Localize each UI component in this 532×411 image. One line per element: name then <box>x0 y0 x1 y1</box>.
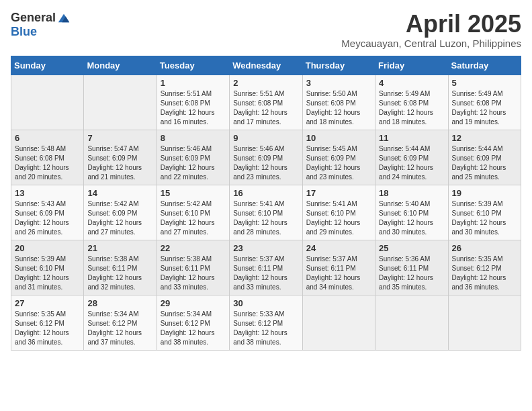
day-info: Sunrise: 5:45 AMSunset: 6:09 PMDaylight:… <box>306 144 371 182</box>
day-info: Sunrise: 5:41 AMSunset: 6:10 PMDaylight:… <box>233 199 298 237</box>
day-info: Sunrise: 5:49 AMSunset: 6:08 PMDaylight:… <box>379 89 444 127</box>
day-info: Sunrise: 5:42 AMSunset: 6:10 PMDaylight:… <box>161 199 226 237</box>
calendar-cell: 1Sunrise: 5:51 AMSunset: 6:08 PMDaylight… <box>157 75 229 130</box>
day-info: Sunrise: 5:37 AMSunset: 6:11 PMDaylight:… <box>233 255 298 292</box>
day-number: 17 <box>306 188 371 198</box>
calendar-cell: 10Sunrise: 5:45 AMSunset: 6:09 PMDayligh… <box>302 130 375 185</box>
day-info: Sunrise: 5:51 AMSunset: 6:08 PMDaylight:… <box>161 89 226 127</box>
calendar-cell: 7Sunrise: 5:47 AMSunset: 6:09 PMDaylight… <box>84 130 157 185</box>
page-header: General Blue April 2025 Meycauayan, Cent… <box>11 11 521 49</box>
calendar-cell: 9Sunrise: 5:46 AMSunset: 6:09 PMDaylight… <box>230 130 302 185</box>
day-number: 13 <box>15 188 80 198</box>
calendar-cell: 30Sunrise: 5:33 AMSunset: 6:12 PMDayligh… <box>230 295 302 350</box>
day-number: 20 <box>15 243 80 253</box>
week-row-2: 6Sunrise: 5:48 AMSunset: 6:08 PMDaylight… <box>11 130 521 185</box>
day-info: Sunrise: 5:46 AMSunset: 6:09 PMDaylight:… <box>161 144 226 182</box>
calendar-cell: 12Sunrise: 5:44 AMSunset: 6:09 PMDayligh… <box>448 130 521 185</box>
day-info: Sunrise: 5:48 AMSunset: 6:08 PMDaylight:… <box>15 144 80 182</box>
day-info: Sunrise: 5:44 AMSunset: 6:09 PMDaylight:… <box>452 144 517 182</box>
day-info: Sunrise: 5:34 AMSunset: 6:12 PMDaylight:… <box>161 310 226 347</box>
calendar-cell: 18Sunrise: 5:40 AMSunset: 6:10 PMDayligh… <box>375 185 448 240</box>
calendar-cell: 15Sunrise: 5:42 AMSunset: 6:10 PMDayligh… <box>157 185 229 240</box>
day-info: Sunrise: 5:39 AMSunset: 6:10 PMDaylight:… <box>452 199 517 237</box>
day-number: 7 <box>87 133 152 143</box>
day-number: 26 <box>452 243 517 253</box>
calendar-cell: 14Sunrise: 5:42 AMSunset: 6:09 PMDayligh… <box>84 185 157 240</box>
day-info: Sunrise: 5:34 AMSunset: 6:12 PMDaylight:… <box>87 310 152 347</box>
day-number: 10 <box>306 133 371 143</box>
calendar-cell: 19Sunrise: 5:39 AMSunset: 6:10 PMDayligh… <box>448 185 521 240</box>
calendar-cell: 21Sunrise: 5:38 AMSunset: 6:11 PMDayligh… <box>84 240 157 295</box>
day-info: Sunrise: 5:41 AMSunset: 6:10 PMDaylight:… <box>306 199 371 237</box>
title-block: April 2025 Meycauayan, Central Luzon, Ph… <box>341 11 521 49</box>
calendar-cell: 26Sunrise: 5:35 AMSunset: 6:12 PMDayligh… <box>448 240 521 295</box>
calendar-cell <box>84 75 157 130</box>
day-number: 21 <box>87 243 152 253</box>
day-number: 14 <box>87 188 152 198</box>
day-number: 3 <box>306 78 371 88</box>
day-info: Sunrise: 5:37 AMSunset: 6:11 PMDaylight:… <box>306 255 371 292</box>
calendar-header-row: SundayMondayTuesdayWednesdayThursdayFrid… <box>11 56 521 75</box>
day-number: 11 <box>379 133 444 143</box>
header-saturday: Saturday <box>448 56 521 75</box>
day-info: Sunrise: 5:47 AMSunset: 6:09 PMDaylight:… <box>87 144 152 182</box>
day-number: 9 <box>233 133 298 143</box>
day-number: 23 <box>233 243 298 253</box>
day-number: 6 <box>15 133 80 143</box>
calendar-cell: 3Sunrise: 5:50 AMSunset: 6:08 PMDaylight… <box>302 75 375 130</box>
header-wednesday: Wednesday <box>230 56 302 75</box>
calendar-cell: 6Sunrise: 5:48 AMSunset: 6:08 PMDaylight… <box>11 130 84 185</box>
week-row-4: 20Sunrise: 5:39 AMSunset: 6:10 PMDayligh… <box>11 240 521 295</box>
day-number: 15 <box>161 188 226 198</box>
day-number: 8 <box>161 133 226 143</box>
calendar-cell: 28Sunrise: 5:34 AMSunset: 6:12 PMDayligh… <box>84 295 157 350</box>
calendar-cell: 16Sunrise: 5:41 AMSunset: 6:10 PMDayligh… <box>230 185 302 240</box>
calendar-cell: 29Sunrise: 5:34 AMSunset: 6:12 PMDayligh… <box>157 295 229 350</box>
day-info: Sunrise: 5:49 AMSunset: 6:08 PMDaylight:… <box>452 89 517 127</box>
calendar-cell: 24Sunrise: 5:37 AMSunset: 6:11 PMDayligh… <box>302 240 375 295</box>
week-row-1: 1Sunrise: 5:51 AMSunset: 6:08 PMDaylight… <box>11 75 521 130</box>
logo-icon <box>57 11 71 25</box>
day-info: Sunrise: 5:51 AMSunset: 6:08 PMDaylight:… <box>233 89 298 127</box>
day-info: Sunrise: 5:39 AMSunset: 6:10 PMDaylight:… <box>15 255 80 292</box>
day-info: Sunrise: 5:33 AMSunset: 6:12 PMDaylight:… <box>233 310 298 347</box>
calendar-cell: 17Sunrise: 5:41 AMSunset: 6:10 PMDayligh… <box>302 185 375 240</box>
day-info: Sunrise: 5:38 AMSunset: 6:11 PMDaylight:… <box>87 255 152 292</box>
day-info: Sunrise: 5:35 AMSunset: 6:12 PMDaylight:… <box>452 255 517 292</box>
calendar-cell: 20Sunrise: 5:39 AMSunset: 6:10 PMDayligh… <box>11 240 84 295</box>
header-thursday: Thursday <box>302 56 375 75</box>
day-number: 12 <box>452 133 517 143</box>
day-info: Sunrise: 5:43 AMSunset: 6:09 PMDaylight:… <box>15 199 80 237</box>
calendar-cell <box>302 295 375 350</box>
month-title: April 2025 <box>341 11 521 38</box>
calendar-cell: 25Sunrise: 5:36 AMSunset: 6:11 PMDayligh… <box>375 240 448 295</box>
day-number: 5 <box>452 78 517 88</box>
day-number: 2 <box>233 78 298 88</box>
day-number: 19 <box>452 188 517 198</box>
day-number: 16 <box>233 188 298 198</box>
day-number: 29 <box>161 298 226 308</box>
calendar-cell: 8Sunrise: 5:46 AMSunset: 6:09 PMDaylight… <box>157 130 229 185</box>
calendar-table: SundayMondayTuesdayWednesdayThursdayFrid… <box>11 56 521 351</box>
day-info: Sunrise: 5:36 AMSunset: 6:11 PMDaylight:… <box>379 255 444 292</box>
header-friday: Friday <box>375 56 448 75</box>
day-number: 18 <box>379 188 444 198</box>
day-number: 24 <box>306 243 371 253</box>
day-number: 30 <box>233 298 298 308</box>
calendar-cell: 11Sunrise: 5:44 AMSunset: 6:09 PMDayligh… <box>375 130 448 185</box>
calendar-cell: 13Sunrise: 5:43 AMSunset: 6:09 PMDayligh… <box>11 185 84 240</box>
day-info: Sunrise: 5:46 AMSunset: 6:09 PMDaylight:… <box>233 144 298 182</box>
day-info: Sunrise: 5:35 AMSunset: 6:12 PMDaylight:… <box>15 310 80 347</box>
week-row-3: 13Sunrise: 5:43 AMSunset: 6:09 PMDayligh… <box>11 185 521 240</box>
day-number: 25 <box>379 243 444 253</box>
calendar-cell <box>448 295 521 350</box>
header-tuesday: Tuesday <box>157 56 229 75</box>
location-title: Meycauayan, Central Luzon, Philippines <box>341 38 521 49</box>
calendar-cell <box>11 75 84 130</box>
day-number: 27 <box>15 298 80 308</box>
logo-general-text: General <box>11 11 56 25</box>
day-number: 1 <box>161 78 226 88</box>
day-info: Sunrise: 5:42 AMSunset: 6:09 PMDaylight:… <box>87 199 152 237</box>
logo-blue-text: Blue <box>11 25 37 39</box>
calendar-cell: 2Sunrise: 5:51 AMSunset: 6:08 PMDaylight… <box>230 75 302 130</box>
